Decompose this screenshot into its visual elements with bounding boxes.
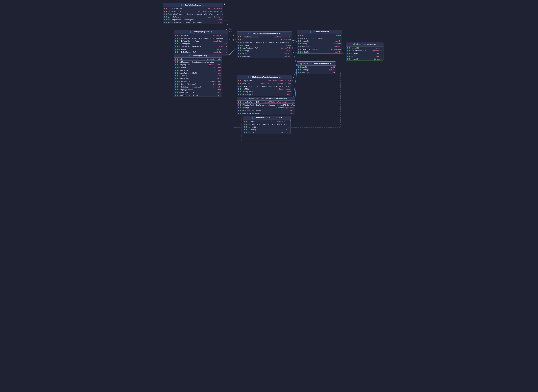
uml-row[interactable]: add(Link)void: [243, 128, 290, 131]
uml-box-LinkRepository: 👤 ▫LinkRepositorylinksCustomSet<Link>Lin…: [174, 54, 222, 97]
uml-row[interactable]: add(T)void: [297, 66, 336, 68]
fields-section-CSVCategoryPersistenceAdapter: categoryDAOGenericDAO<CategoryEntity>con…: [237, 79, 292, 85]
member-name: remove(T): [301, 72, 330, 74]
uml-row[interactable]: setCustomSet<T>: [237, 38, 292, 41]
uml-row[interactable]: stream()Stream<T>: [237, 49, 292, 52]
vis-badge-2: [240, 86, 241, 87]
member-name: add(Category): [179, 43, 223, 45]
uml-row[interactable]: setSet<T>: [297, 34, 342, 37]
uml-row[interactable]: stream()Stream<T>: [297, 40, 342, 42]
vis-badge-1: [175, 40, 176, 42]
vis-badge-1: [175, 78, 176, 79]
uml-row[interactable]: getAll()Set<CustomTagMatcher>: [237, 106, 295, 109]
vis-badge-1: [238, 107, 239, 108]
uml-row[interactable]: staticTagMatchersSet<TagMatcher>: [163, 7, 223, 10]
uml-row[interactable]: add(T)boolean: [346, 55, 383, 58]
uml-row[interactable]: remove(Category)void: [237, 90, 292, 93]
uml-row[interactable]: categoriesCustomSet<Category>: [174, 34, 228, 37]
member-type: Set<Category>: [279, 88, 291, 90]
uml-row[interactable]: find(Predicate<T>)Optional<T>: [346, 49, 383, 52]
uml-row[interactable]: getByName(CategoryName)Optional<Category…: [174, 40, 228, 42]
uml-row[interactable]: getAll()Set<Link>: [243, 131, 290, 134]
uml-row[interactable]: getAll()Set<Category>: [174, 48, 228, 51]
class-name: TagMatcherRepository: [185, 4, 205, 6]
uml-row[interactable]: add(Link)void: [174, 75, 222, 77]
uml-row[interactable]: constuctorFunction<String[], CategoryEnt…: [237, 82, 292, 85]
uml-row[interactable]: remove(T)boolean: [237, 55, 292, 58]
member-name: customTagMatcherDAO: [242, 101, 262, 103]
uml-row[interactable]: CSVCategoryPersistenceAdapter(GenericDAO…: [237, 85, 292, 88]
uml-row[interactable]: CategoryRepository(PersistenceAdapter<Ca…: [174, 37, 228, 40]
uml-row[interactable]: getById(LinkId)Optional<Link>: [174, 63, 222, 66]
uml-row[interactable]: add(Category)void: [174, 42, 228, 45]
member-name: add(T): [351, 56, 375, 57]
member-type: GenericDAO<LinkEntity>: [269, 121, 290, 122]
member-name: categories: [179, 35, 209, 36]
uml-row[interactable]: remove(T)void: [297, 71, 336, 74]
uml-row[interactable]: getAll()Set<T>: [297, 68, 336, 71]
uml-row[interactable]: remove(Link)void: [243, 126, 290, 128]
member-name: removeById(LinkId): [179, 92, 217, 93]
uml-box-CustomSetPersistenceDecorator: 👤 ▫CustomSetPersistenceDecoratorpersiste…: [237, 32, 292, 58]
uml-row[interactable]: categoryDAOGenericDAO<CategoryEntity>: [237, 79, 292, 82]
uml-row[interactable]: remove(T)boolean: [346, 47, 383, 49]
stereotype-label: «interface»: [356, 43, 366, 45]
methods-section-CustomSet: remove(T)booleanfind(Predicate<T>)Option…: [346, 46, 383, 60]
uml-row[interactable]: stream()Stream<T>: [346, 58, 383, 60]
uml-row[interactable]: customTagMatcherDAOGenericDAO<CustomTagM…: [237, 101, 295, 103]
uml-row[interactable]: groupByHost()List<Link>: [174, 69, 222, 72]
uml-row[interactable]: removeByUrl(LinkUrl)void: [174, 72, 222, 75]
uml-row[interactable]: getById(CategoryId)Optional<Category>: [174, 51, 228, 53]
class-name: CSVCustomTagMatcherPersistenceAdapter: [249, 98, 287, 100]
uml-row[interactable]: checkDuplicates(Link)void: [174, 94, 222, 97]
uml-row[interactable]: add(CustomTagMatcher)void: [237, 109, 295, 112]
uml-row[interactable]: LinkRepository(PersistenceAdapter<Link>): [174, 61, 222, 63]
uml-row[interactable]: add(T)boolean: [297, 42, 342, 45]
vis-badge-1: [175, 43, 176, 44]
uml-row[interactable]: removeById(LinkId)void: [174, 91, 222, 94]
member-type: Optional<T>: [331, 48, 341, 50]
vis-badge-2: [177, 35, 178, 36]
uml-row[interactable]: getSet()Set<T>: [237, 44, 292, 47]
vis-badge-1: [244, 121, 245, 122]
uml-row[interactable]: persistenceAdapterPersistenceAdapter<T>: [237, 35, 292, 38]
vis-badge-1: [238, 86, 239, 87]
uml-row[interactable]: getByTag(TagName)Set<Link>: [174, 88, 222, 91]
uml-row[interactable]: getSet()Set<T>: [346, 52, 383, 55]
uml-row[interactable]: getTagMatchers()Set<TagMatcher>: [163, 15, 223, 18]
uml-row[interactable]: remove(T)boolean: [297, 45, 342, 48]
vis-badge-2: [177, 46, 178, 47]
class-name: CustomSet: [367, 43, 376, 45]
uml-row[interactable]: getAll()Set<Category>: [237, 88, 292, 90]
svg-line-14: [292, 69, 297, 81]
uml-row[interactable]: add(T)boolean: [237, 52, 292, 55]
vis-badge-1: [347, 56, 348, 57]
uml-row[interactable]: getSet()Set<T>: [297, 51, 342, 53]
vis-badge-2: [177, 37, 178, 39]
uml-row[interactable]: getByUrl(LinkUrl)Optional<Link>: [174, 80, 222, 83]
uml-row[interactable]: customTagMatchersCustomSet<CustomTagMatc…: [163, 10, 223, 13]
uml-row[interactable]: CSVLinkPersistenceAdapter(GenericDAO<Lin…: [243, 123, 290, 126]
uml-row[interactable]: CustomSetPersistenceDecorator(Persistenc…: [237, 41, 292, 44]
uml-row[interactable]: remove(CustomTagMatcher)void: [237, 112, 295, 115]
uml-row[interactable]: add(Category)void: [237, 93, 292, 96]
uml-row[interactable]: remove(Link)void: [174, 77, 222, 80]
uml-row[interactable]: find(Predicate<T>)Optional<T>: [237, 47, 292, 49]
member-name: CSVLinkPersistenceAdapter(GenericDAO<Lin…: [248, 123, 290, 125]
member-name: constuctor: [242, 83, 259, 84]
uml-row[interactable]: TagMatcherRepository(PersistenceAdapter<…: [163, 13, 223, 15]
uml-row[interactable]: getAll()Set<Link>: [174, 66, 222, 69]
uml-row[interactable]: find(Predicate<T>)Optional<T>: [297, 48, 342, 51]
uml-row[interactable]: getByCategory(CategoryId)Set<Link>: [174, 85, 222, 88]
uml-row[interactable]: getIdByName(CategoryName)CategoryId: [174, 45, 228, 48]
member-type: void: [286, 126, 290, 128]
uml-row[interactable]: getByUser(Username)Set<Link>: [174, 83, 222, 85]
vis-badge-1: [175, 75, 176, 76]
uml-row[interactable]: addCustomTagMatcher(CustomTagMatcher)voi…: [163, 21, 223, 24]
uml-row[interactable]: CSVCustomTagMatcherPersistenceAdapter(Ge…: [237, 104, 295, 106]
uml-row[interactable]: linksCustomSet<Link>: [174, 58, 222, 61]
uml-row[interactable]: CustomStrictSet(Set<T>): [297, 37, 342, 40]
member-name: CSVCategoryPersistenceAdapter(GenericDAO…: [242, 85, 292, 87]
uml-row[interactable]: linkDAOGenericDAO<LinkEntity>: [243, 120, 290, 123]
uml-row[interactable]: checkDuplicates(CustomTagMatcher)void: [163, 18, 223, 21]
